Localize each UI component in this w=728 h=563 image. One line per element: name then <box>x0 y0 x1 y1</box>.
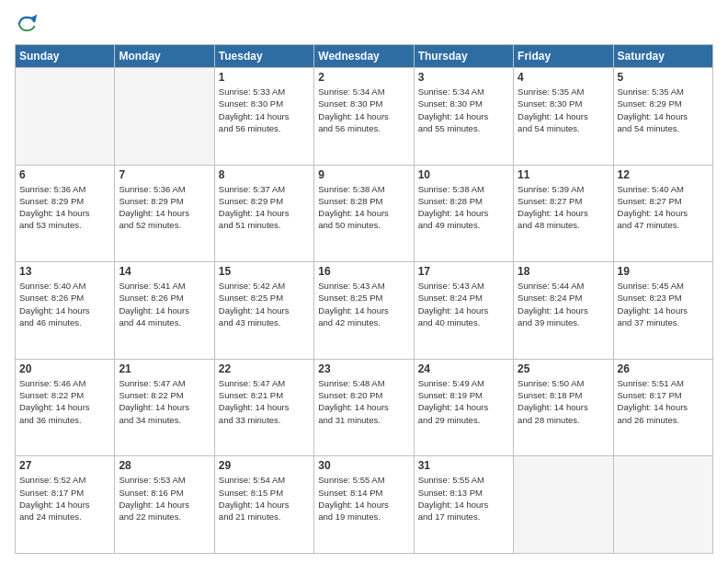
calendar-table: SundayMondayTuesdayWednesdayThursdayFrid… <box>15 44 713 554</box>
day-number: 2 <box>318 71 409 84</box>
day-detail: Sunrise: 5:54 AM Sunset: 8:15 PM Dayligh… <box>219 474 310 523</box>
header <box>15 11 713 37</box>
day-number: 11 <box>518 168 609 181</box>
day-detail: Sunrise: 5:51 AM Sunset: 8:17 PM Dayligh… <box>618 377 709 426</box>
day-detail: Sunrise: 5:40 AM Sunset: 8:26 PM Dayligh… <box>19 280 110 328</box>
calendar-header-friday: Friday <box>514 45 613 68</box>
calendar-cell <box>115 68 214 166</box>
day-detail: Sunrise: 5:53 AM Sunset: 8:16 PM Dayligh… <box>119 474 210 523</box>
day-detail: Sunrise: 5:38 AM Sunset: 8:28 PM Dayligh… <box>318 183 409 232</box>
day-number: 3 <box>418 71 509 84</box>
calendar-header-saturday: Saturday <box>613 45 712 68</box>
day-detail: Sunrise: 5:55 AM Sunset: 8:14 PM Dayligh… <box>318 474 409 523</box>
calendar-cell <box>613 456 712 554</box>
day-detail: Sunrise: 5:50 AM Sunset: 8:18 PM Dayligh… <box>518 377 609 426</box>
calendar-cell: 1Sunrise: 5:33 AM Sunset: 8:30 PM Daylig… <box>214 68 313 166</box>
calendar-cell: 27Sunrise: 5:52 AM Sunset: 8:17 PM Dayli… <box>16 456 115 554</box>
day-number: 16 <box>318 265 409 278</box>
day-detail: Sunrise: 5:39 AM Sunset: 8:27 PM Dayligh… <box>518 183 609 232</box>
day-detail: Sunrise: 5:55 AM Sunset: 8:13 PM Dayligh… <box>418 474 509 523</box>
calendar-cell: 31Sunrise: 5:55 AM Sunset: 8:13 PM Dayli… <box>414 456 513 554</box>
day-detail: Sunrise: 5:41 AM Sunset: 8:26 PM Dayligh… <box>119 280 210 328</box>
day-number: 20 <box>19 362 110 375</box>
day-detail: Sunrise: 5:40 AM Sunset: 8:27 PM Dayligh… <box>618 183 709 232</box>
day-number: 15 <box>219 265 310 278</box>
day-detail: Sunrise: 5:48 AM Sunset: 8:20 PM Dayligh… <box>318 377 409 426</box>
day-number: 12 <box>618 168 709 181</box>
calendar-cell: 21Sunrise: 5:47 AM Sunset: 8:22 PM Dayli… <box>115 359 214 456</box>
calendar-header-thursday: Thursday <box>414 45 513 68</box>
calendar-cell: 30Sunrise: 5:55 AM Sunset: 8:14 PM Dayli… <box>314 456 414 554</box>
calendar-cell: 18Sunrise: 5:44 AM Sunset: 8:24 PM Dayli… <box>514 262 613 360</box>
day-detail: Sunrise: 5:43 AM Sunset: 8:24 PM Dayligh… <box>418 280 509 328</box>
day-number: 21 <box>119 362 210 375</box>
calendar-cell: 13Sunrise: 5:40 AM Sunset: 8:26 PM Dayli… <box>16 262 115 360</box>
calendar-cell: 23Sunrise: 5:48 AM Sunset: 8:20 PM Dayli… <box>314 359 414 456</box>
day-detail: Sunrise: 5:35 AM Sunset: 8:29 PM Dayligh… <box>618 86 709 134</box>
day-number: 6 <box>19 168 110 181</box>
calendar-cell: 24Sunrise: 5:49 AM Sunset: 8:19 PM Dayli… <box>414 359 513 456</box>
day-number: 24 <box>418 362 509 375</box>
day-number: 8 <box>219 168 310 181</box>
day-detail: Sunrise: 5:33 AM Sunset: 8:30 PM Dayligh… <box>219 86 310 134</box>
logo <box>15 11 44 37</box>
calendar-cell: 26Sunrise: 5:51 AM Sunset: 8:17 PM Dayli… <box>613 359 712 456</box>
calendar-cell <box>514 456 613 554</box>
calendar-header-wednesday: Wednesday <box>314 45 414 68</box>
day-detail: Sunrise: 5:52 AM Sunset: 8:17 PM Dayligh… <box>19 474 110 523</box>
calendar-cell <box>16 68 115 166</box>
calendar-cell: 11Sunrise: 5:39 AM Sunset: 8:27 PM Dayli… <box>514 165 613 262</box>
day-number: 23 <box>318 362 409 375</box>
calendar-cell: 9Sunrise: 5:38 AM Sunset: 8:28 PM Daylig… <box>314 165 414 262</box>
day-number: 9 <box>318 168 409 181</box>
calendar-cell: 5Sunrise: 5:35 AM Sunset: 8:29 PM Daylig… <box>613 68 712 166</box>
day-detail: Sunrise: 5:47 AM Sunset: 8:22 PM Dayligh… <box>119 377 210 426</box>
calendar-header-row: SundayMondayTuesdayWednesdayThursdayFrid… <box>16 45 713 68</box>
day-detail: Sunrise: 5:34 AM Sunset: 8:30 PM Dayligh… <box>418 86 509 134</box>
day-detail: Sunrise: 5:46 AM Sunset: 8:22 PM Dayligh… <box>19 377 110 426</box>
calendar-week-4: 20Sunrise: 5:46 AM Sunset: 8:22 PM Dayli… <box>16 359 713 456</box>
calendar-cell: 15Sunrise: 5:42 AM Sunset: 8:25 PM Dayli… <box>214 262 313 360</box>
day-number: 28 <box>119 459 210 472</box>
day-number: 14 <box>119 265 210 278</box>
day-number: 5 <box>618 71 709 84</box>
calendar-cell: 25Sunrise: 5:50 AM Sunset: 8:18 PM Dayli… <box>514 359 613 456</box>
day-detail: Sunrise: 5:43 AM Sunset: 8:25 PM Dayligh… <box>318 280 409 328</box>
day-number: 18 <box>518 265 609 278</box>
calendar-header-monday: Monday <box>115 45 214 68</box>
day-detail: Sunrise: 5:38 AM Sunset: 8:28 PM Dayligh… <box>418 183 509 232</box>
calendar-header-tuesday: Tuesday <box>214 45 313 68</box>
calendar-cell: 2Sunrise: 5:34 AM Sunset: 8:30 PM Daylig… <box>314 68 414 166</box>
day-number: 26 <box>618 362 709 375</box>
day-number: 25 <box>518 362 609 375</box>
calendar-cell: 6Sunrise: 5:36 AM Sunset: 8:29 PM Daylig… <box>16 165 115 262</box>
calendar-cell: 10Sunrise: 5:38 AM Sunset: 8:28 PM Dayli… <box>414 165 513 262</box>
calendar-cell: 19Sunrise: 5:45 AM Sunset: 8:23 PM Dayli… <box>613 262 712 360</box>
day-number: 22 <box>219 362 310 375</box>
day-number: 31 <box>418 459 509 472</box>
day-detail: Sunrise: 5:49 AM Sunset: 8:19 PM Dayligh… <box>418 377 509 426</box>
day-detail: Sunrise: 5:37 AM Sunset: 8:29 PM Dayligh… <box>219 183 310 232</box>
day-detail: Sunrise: 5:36 AM Sunset: 8:29 PM Dayligh… <box>19 183 110 232</box>
day-detail: Sunrise: 5:35 AM Sunset: 8:30 PM Dayligh… <box>518 86 609 134</box>
calendar-cell: 20Sunrise: 5:46 AM Sunset: 8:22 PM Dayli… <box>16 359 115 456</box>
calendar-week-1: 1Sunrise: 5:33 AM Sunset: 8:30 PM Daylig… <box>16 68 713 166</box>
calendar-cell: 22Sunrise: 5:47 AM Sunset: 8:21 PM Dayli… <box>214 359 313 456</box>
calendar-header-sunday: Sunday <box>16 45 115 68</box>
calendar-cell: 7Sunrise: 5:36 AM Sunset: 8:29 PM Daylig… <box>115 165 214 262</box>
day-detail: Sunrise: 5:44 AM Sunset: 8:24 PM Dayligh… <box>518 280 609 328</box>
day-detail: Sunrise: 5:45 AM Sunset: 8:23 PM Dayligh… <box>618 280 709 328</box>
day-number: 10 <box>418 168 509 181</box>
calendar-cell: 4Sunrise: 5:35 AM Sunset: 8:30 PM Daylig… <box>514 68 613 166</box>
day-number: 17 <box>418 265 509 278</box>
calendar-cell: 8Sunrise: 5:37 AM Sunset: 8:29 PM Daylig… <box>214 165 313 262</box>
logo-icon <box>15 11 40 37</box>
calendar-week-5: 27Sunrise: 5:52 AM Sunset: 8:17 PM Dayli… <box>16 456 713 554</box>
page: SundayMondayTuesdayWednesdayThursdayFrid… <box>0 0 728 563</box>
day-number: 27 <box>19 459 110 472</box>
calendar-cell: 17Sunrise: 5:43 AM Sunset: 8:24 PM Dayli… <box>414 262 513 360</box>
day-number: 4 <box>518 71 609 84</box>
day-number: 19 <box>618 265 709 278</box>
day-detail: Sunrise: 5:36 AM Sunset: 8:29 PM Dayligh… <box>119 183 210 232</box>
day-number: 7 <box>119 168 210 181</box>
